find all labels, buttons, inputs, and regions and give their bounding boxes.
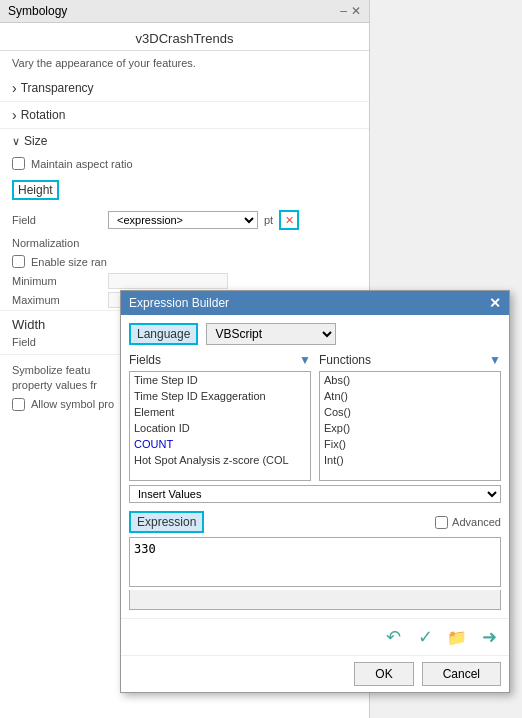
- size-chevron: [12, 134, 20, 148]
- dialog-toolbar: ↶ ✓ 📁 ➜: [121, 618, 509, 655]
- panel-subtitle: v3DCrashTrends: [0, 23, 369, 51]
- check-button[interactable]: ✓: [413, 625, 437, 649]
- functions-filter-icon[interactable]: ▼: [489, 353, 501, 367]
- expression-section: Expression Advanced 330: [129, 511, 501, 610]
- expression-header-row: Expression Advanced: [129, 511, 501, 533]
- field-row: Field <expression> pt ✕: [12, 206, 357, 234]
- maintain-aspect-checkbox[interactable]: [12, 157, 25, 170]
- minimum-row: Minimum: [12, 273, 357, 289]
- transparency-label: Transparency: [21, 81, 94, 95]
- size-section: Size Maintain aspect ratio Height Field …: [0, 129, 369, 311]
- normalization-label: Normalization: [12, 237, 102, 249]
- columns-row: Fields ▼ Time Step ID Time Step ID Exagg…: [129, 353, 501, 481]
- list-item[interactable]: Abs(): [320, 372, 500, 388]
- advanced-row: Advanced: [435, 516, 501, 529]
- expression-textarea[interactable]: 330: [129, 537, 501, 587]
- minimum-label: Minimum: [12, 275, 102, 287]
- height-label: Height: [12, 180, 59, 200]
- pin-icon[interactable]: –: [340, 4, 347, 18]
- transparency-chevron: [12, 80, 17, 96]
- list-item[interactable]: Fix(): [320, 436, 500, 452]
- fields-label: Fields: [129, 353, 161, 367]
- dialog-close-icon[interactable]: ✕: [489, 295, 501, 311]
- functions-column: Functions ▼ Abs() Atn() Cos() Exp() Fix(…: [319, 353, 501, 481]
- panel-header: Symbology – ✕: [0, 0, 369, 23]
- allow-symbol-label: Allow symbol pro: [31, 398, 114, 410]
- list-item[interactable]: Time Step ID: [130, 372, 310, 388]
- list-item[interactable]: Location ID: [130, 420, 310, 436]
- unit-label: pt: [264, 214, 273, 226]
- expression-bottom-bar: [129, 590, 501, 610]
- list-item[interactable]: Int(): [320, 452, 500, 468]
- language-label: Language: [129, 323, 198, 345]
- advanced-checkbox[interactable]: [435, 516, 448, 529]
- enable-size-row: Enable size ran: [12, 252, 357, 271]
- ok-button[interactable]: OK: [354, 662, 413, 686]
- minimum-input[interactable]: [108, 273, 228, 289]
- rotation-chevron: [12, 107, 17, 123]
- allow-symbol-checkbox[interactable]: [12, 398, 25, 411]
- maximum-label: Maximum: [12, 294, 102, 306]
- fields-listbox[interactable]: Time Step ID Time Step ID Exaggeration E…: [129, 371, 311, 481]
- size-label: Size: [24, 134, 47, 148]
- language-row: Language VBScript: [129, 323, 501, 345]
- folder-button[interactable]: 📁: [445, 625, 469, 649]
- expression-button[interactable]: ✕: [279, 210, 299, 230]
- fields-header: Fields ▼: [129, 353, 311, 367]
- functions-listbox[interactable]: Abs() Atn() Cos() Exp() Fix() Int(): [319, 371, 501, 481]
- rotation-label: Rotation: [21, 108, 66, 122]
- enable-size-label: Enable size ran: [31, 256, 107, 268]
- fields-column: Fields ▼ Time Step ID Time Step ID Exagg…: [129, 353, 311, 481]
- list-item[interactable]: Hot Spot Analysis z-score (COL: [130, 452, 310, 468]
- cancel-button[interactable]: Cancel: [422, 662, 501, 686]
- width-field-label: Field: [12, 336, 36, 348]
- panel-title-bar: Symbology: [8, 4, 67, 18]
- list-item[interactable]: Time Step ID Exaggeration: [130, 388, 310, 404]
- expression-dialog: Expression Builder ✕ Language VBScript F…: [120, 290, 510, 693]
- insert-values-row: Insert Values: [129, 485, 501, 503]
- list-item[interactable]: Element: [130, 404, 310, 420]
- insert-values-select[interactable]: Insert Values: [129, 485, 501, 503]
- field-label: Field: [12, 214, 102, 226]
- undo-button[interactable]: ↶: [381, 625, 405, 649]
- list-item-count[interactable]: COUNT: [130, 436, 310, 452]
- panel-icons: – ✕: [340, 4, 361, 18]
- size-section-header[interactable]: Size: [12, 129, 357, 153]
- maintain-aspect-row: Maintain aspect ratio: [12, 153, 357, 174]
- dialog-body: Language VBScript Fields ▼ Time Step ID …: [121, 315, 509, 618]
- arrow-button[interactable]: ➜: [477, 625, 501, 649]
- panel-title-label: Symbology: [8, 4, 67, 18]
- list-item[interactable]: Atn(): [320, 388, 500, 404]
- list-item[interactable]: Cos(): [320, 404, 500, 420]
- language-select[interactable]: VBScript: [206, 323, 336, 345]
- expression-label: Expression: [129, 511, 204, 533]
- list-item[interactable]: Exp(): [320, 420, 500, 436]
- field-select[interactable]: <expression>: [108, 211, 258, 229]
- fields-filter-icon[interactable]: ▼: [299, 353, 311, 367]
- dialog-title-bar: Expression Builder ✕: [121, 291, 509, 315]
- enable-size-checkbox[interactable]: [12, 255, 25, 268]
- rotation-section[interactable]: Rotation: [0, 102, 369, 129]
- maintain-aspect-label: Maintain aspect ratio: [31, 158, 133, 170]
- functions-header: Functions ▼: [319, 353, 501, 367]
- close-panel-icon[interactable]: ✕: [351, 4, 361, 18]
- panel-description: Vary the appearance of your features.: [0, 51, 369, 75]
- transparency-section[interactable]: Transparency: [0, 75, 369, 102]
- functions-label: Functions: [319, 353, 371, 367]
- dialog-buttons: OK Cancel: [121, 655, 509, 692]
- dialog-title: Expression Builder: [129, 296, 229, 310]
- normalization-row: Normalization: [12, 234, 357, 252]
- advanced-label: Advanced: [452, 516, 501, 528]
